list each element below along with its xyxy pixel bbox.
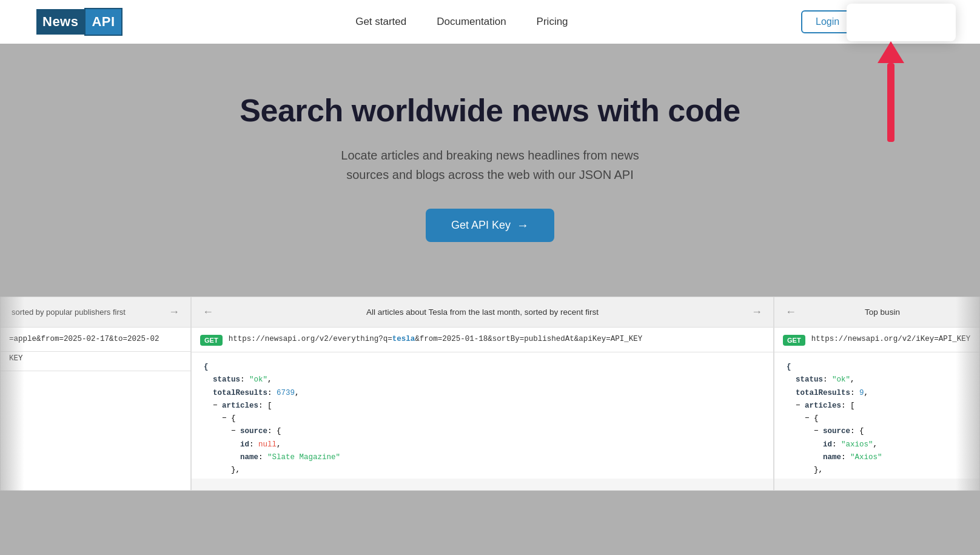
code-card-right: ← Top busin GET https://newsapi.org/v2/i… [774, 297, 980, 491]
get-api-key-button[interactable]: Get API key [862, 10, 944, 34]
nav-link-get-started[interactable]: Get started [355, 16, 406, 28]
code-card-left: sorted by popular publishers first → =ap… [0, 297, 191, 491]
card-right-code-body: { status: "ok", totalResults: 9, − artic… [774, 352, 979, 479]
navbar: News API Get started Documentation Prici… [0, 0, 980, 44]
code-cards-section: sorted by popular publishers first → =ap… [0, 297, 980, 491]
hero-cta-label: Get API Key [451, 219, 511, 232]
code-card-center: ← All articles about Tesla from the last… [191, 297, 774, 491]
nav-actions: Login Get API key [801, 10, 944, 34]
card-right-header: ← Top busin [774, 297, 979, 328]
card-center-url-text: https://newsapi.org/v2/everything?q=tesl… [229, 334, 643, 345]
card-center-next-arrow[interactable]: → [751, 306, 762, 318]
logo[interactable]: News API [36, 8, 122, 36]
logo-api: API [84, 8, 122, 36]
card-left-url-bar2: KEY [1, 352, 190, 371]
hero-cta-arrow-icon: → [517, 218, 529, 232]
hero-section: Search worldwide news with code Locate a… [0, 44, 980, 272]
card-center-header: ← All articles about Tesla from the last… [192, 297, 773, 328]
card-left-next-arrow[interactable]: → [169, 306, 180, 318]
card-right-prev-arrow[interactable]: ← [785, 306, 796, 318]
get-badge-center: GET [200, 335, 223, 346]
nav-link-documentation[interactable]: Documentation [437, 16, 506, 28]
card-left-url-text: =apple&from=2025-02-17&to=2025-02 [9, 334, 159, 345]
nav-link-pricing[interactable]: Pricing [537, 16, 568, 28]
card-left-header: sorted by popular publishers first → [1, 297, 190, 328]
card-left-url-bar: =apple&from=2025-02-17&to=2025-02 [1, 328, 190, 352]
login-button[interactable]: Login [801, 10, 854, 33]
card-left-header-text: sorted by popular publishers first [12, 308, 169, 317]
card-center-header-text: All articles about Tesla from the last m… [213, 308, 751, 317]
hero-subtitle: Locate articles and breaking news headli… [308, 146, 672, 184]
card-center-url-bar: GET https://newsapi.org/v2/everything?q=… [192, 328, 773, 352]
card-right-url-text: https://newsapi.org/v2/iKey=API_KEY [811, 334, 971, 345]
logo-news: News [36, 9, 84, 35]
card-center-code-body: { status: "ok", totalResults: 6739, − ar… [192, 352, 773, 479]
card-left-key-text: KEY [9, 353, 23, 365]
get-badge-right: GET [783, 335, 805, 346]
card-right-url-bar: GET https://newsapi.org/v2/iKey=API_KEY [774, 328, 979, 352]
nav-links: Get started Documentation Pricing [355, 16, 568, 28]
card-center-prev-arrow[interactable]: ← [203, 306, 213, 318]
hero-cta-button[interactable]: Get API Key → [426, 209, 554, 242]
card-left-code [1, 371, 190, 491]
card-right-header-text: Top busin [796, 308, 968, 317]
hero-title: Search worldwide news with code [12, 92, 968, 129]
